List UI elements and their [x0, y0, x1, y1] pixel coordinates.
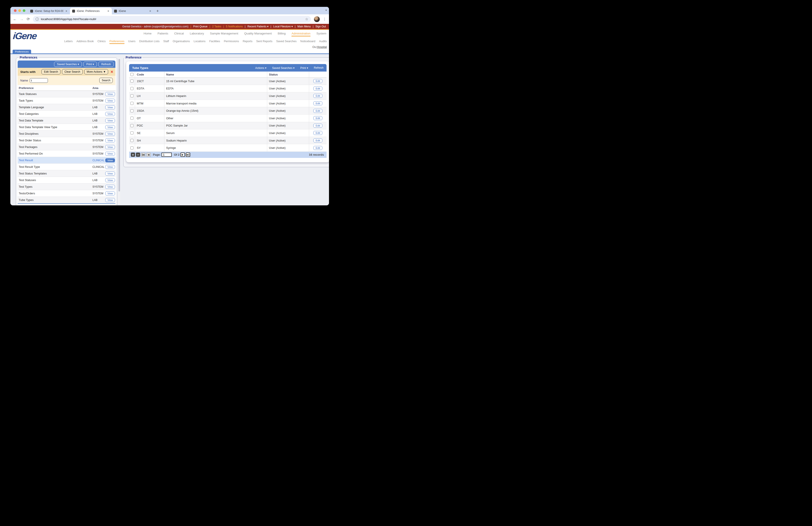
view-button[interactable]: View — [105, 112, 115, 116]
sub-nav-sent-reports[interactable]: Sent Reports — [256, 40, 273, 44]
saved-searches-button[interactable]: Saved Searches ▾ — [54, 61, 82, 67]
view-button[interactable]: View — [105, 191, 115, 196]
minimize-window-icon[interactable] — [18, 9, 21, 12]
view-button[interactable]: View — [105, 105, 115, 109]
recent-patients-menu[interactable]: Recent Patients ▾ — [247, 25, 269, 28]
notifications-link[interactable]: 5 Notifications — [226, 25, 243, 28]
sub-nav-users[interactable]: Users — [128, 40, 135, 44]
refresh-menu[interactable]: Refresh — [314, 66, 323, 70]
edit-button[interactable]: Edit — [313, 139, 323, 142]
edit-button[interactable]: Edit — [313, 146, 323, 150]
address-bar[interactable]: i localhost:8080/App/App.html?locale=nul… — [33, 16, 311, 23]
view-button[interactable]: View — [105, 172, 115, 175]
sub-nav-saved-searches[interactable]: Saved Searches — [276, 40, 296, 44]
edit-button[interactable]: Edit — [313, 116, 323, 120]
preference-row[interactable]: Test Status TemplatesLABView — [18, 170, 115, 177]
row-checkbox[interactable] — [130, 102, 133, 105]
sub-nav-letters[interactable]: Letters — [64, 40, 73, 44]
close-search-icon[interactable]: × — [110, 70, 114, 74]
view-button[interactable]: View — [105, 165, 115, 169]
name-input[interactable] — [30, 78, 48, 83]
view-button[interactable]: View — [105, 125, 115, 129]
actions-menu[interactable]: Actions ▾ — [255, 66, 266, 70]
page-tab-preferences[interactable]: Preferences — [13, 50, 31, 54]
clear-search-button[interactable]: Clear Search — [62, 69, 83, 74]
back-icon[interactable]: ← — [13, 17, 17, 22]
view-button[interactable]: View — [105, 178, 115, 182]
sub-nav-reports[interactable]: Reports — [243, 40, 252, 44]
page-input[interactable] — [161, 153, 172, 157]
select-all-checkbox[interactable] — [130, 73, 133, 76]
tube-type-row[interactable]: SYSyringeUser (Active)Edit — [129, 144, 327, 152]
prev-page-icon[interactable]: ◀ — [146, 153, 151, 157]
zoom-window-icon[interactable] — [23, 9, 25, 12]
forward-icon[interactable]: → — [20, 17, 24, 22]
view-button[interactable]: View — [105, 132, 115, 136]
edit-button[interactable]: Edit — [313, 94, 323, 98]
tube-type-row[interactable]: POCPOC Sample JarUser (Active)Edit — [129, 122, 327, 130]
add-row-icon[interactable]: + — [131, 153, 135, 157]
preference-row[interactable]: Test Order StatusSYSTEMView — [18, 137, 115, 144]
view-button[interactable]: View — [105, 158, 115, 162]
main-nav-patients[interactable]: Patients — [158, 32, 168, 37]
tab-search-chevron-icon[interactable]: ▾ — [325, 9, 327, 12]
local-filestore-menu[interactable]: Local Filestore ▾ — [273, 25, 293, 28]
tube-type-row[interactable]: EDTAEDTAUser (Active)Edit — [129, 85, 327, 93]
view-button[interactable]: View — [105, 185, 115, 189]
print-queue-link[interactable]: Print Queue — [193, 25, 207, 28]
tube-type-row[interactable]: SESerumUser (Active)Edit — [129, 129, 327, 137]
last-page-icon[interactable]: ▶ — [186, 153, 190, 157]
row-checkbox[interactable] — [130, 80, 133, 83]
sign-out-link[interactable]: Sign Out — [316, 25, 326, 28]
sub-nav-staff[interactable]: Staff — [163, 40, 169, 44]
sub-nav-permissions[interactable]: Permissions — [224, 40, 239, 44]
main-nav-system[interactable]: System — [316, 32, 327, 37]
sub-nav-clinics[interactable]: Clinics — [98, 40, 106, 44]
main-nav-quality-management[interactable]: Quality Management — [244, 32, 272, 37]
row-checkbox[interactable] — [130, 146, 133, 150]
url-text[interactable]: localhost:8080/App/App.html?locale=null# — [41, 17, 303, 21]
tube-type-row[interactable]: LHLithium HeparinUser (Active)Edit — [129, 92, 327, 100]
tube-type-row[interactable]: OTOtherUser (Active)Edit — [129, 115, 327, 122]
remove-row-icon[interactable]: − — [136, 153, 140, 157]
preference-row[interactable]: Test StatusesLABView — [18, 177, 115, 184]
preference-row[interactable]: Test PackagesSYSTEMView — [18, 144, 115, 151]
row-checkbox[interactable] — [130, 117, 133, 120]
browser-tab[interactable]: iGene: Setup for R24-001X× — [28, 8, 70, 14]
view-button[interactable]: View — [105, 99, 115, 103]
profile-avatar[interactable] — [314, 16, 320, 22]
print-menu[interactable]: Print ▾ — [300, 66, 308, 70]
bookmark-star-icon[interactable]: ☆ — [305, 17, 308, 21]
view-button[interactable]: View — [105, 145, 115, 149]
tab-close-icon[interactable]: × — [65, 9, 68, 13]
preference-row[interactable]: Test CategoriesLABView — [18, 111, 115, 117]
edit-button[interactable]: Edit — [313, 87, 323, 90]
sub-nav-locations[interactable]: Locations — [194, 40, 206, 44]
row-checkbox[interactable] — [130, 87, 133, 90]
row-checkbox[interactable] — [130, 124, 133, 127]
main-menu-link[interactable]: Main Menu — [298, 25, 311, 28]
row-checkbox[interactable] — [130, 139, 133, 142]
preference-row[interactable]: Test Data Template View TypeLABView — [18, 124, 115, 130]
main-nav-home[interactable]: Home — [144, 32, 151, 37]
browser-menu-icon[interactable]: ⋮ — [323, 17, 327, 21]
preference-row[interactable]: Test ResultCLINICALView — [18, 157, 115, 164]
main-nav-sample-management[interactable]: Sample Management — [210, 32, 238, 37]
search-button[interactable]: Search — [99, 78, 113, 83]
tube-type-row[interactable]: 15CT15 ml Centrifuge TubeUser (Active)Ed… — [129, 77, 327, 85]
edit-button[interactable]: Edit — [313, 79, 323, 83]
browser-tab[interactable]: IGene× — [112, 8, 154, 14]
site-info-icon[interactable]: i — [35, 17, 39, 21]
preference-row[interactable]: Task StatusesSYSTEMView — [18, 91, 115, 97]
refresh-button[interactable]: Refresh — [98, 61, 114, 67]
main-nav-laboratory[interactable]: Laboratory — [190, 32, 204, 37]
view-button[interactable]: View — [105, 92, 115, 96]
print-button[interactable]: Print ▾ — [83, 61, 97, 67]
main-nav-billing[interactable]: Billing — [278, 32, 286, 37]
main-nav-clinical[interactable]: Clinical — [174, 32, 184, 37]
edit-button[interactable]: Edit — [313, 101, 323, 105]
sub-nav-noticeboard[interactable]: Noticeboard — [300, 40, 315, 44]
tube-type-row[interactable]: MTMMarrow transport mediaUser (Active)Ed… — [129, 100, 327, 107]
preference-row[interactable]: Task TypesSYSTEMView — [18, 97, 115, 104]
preference-row[interactable]: Test Result TypeCLINICALView — [18, 164, 115, 170]
